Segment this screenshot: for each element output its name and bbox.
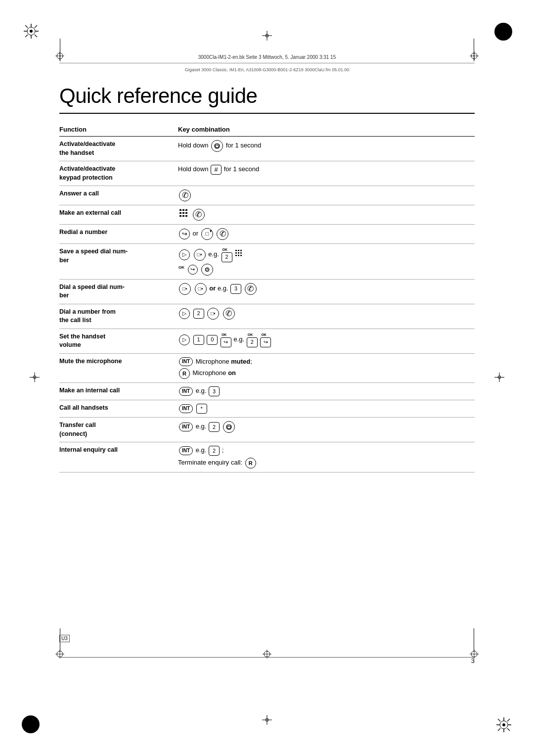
external-call-phone-icon: ✆ <box>193 209 205 221</box>
page-title: Quick reference guide <box>59 84 475 114</box>
calllist-mem-icon: □▾ <box>207 308 219 320</box>
on-label: on <box>228 370 236 377</box>
svg-rect-50 <box>185 209 187 211</box>
reg-crosshair-top <box>262 31 272 42</box>
table-row: Transfer call(connect) INT e.g. 2 <box>59 418 475 442</box>
dial-speed-phone-icon: ✆ <box>245 283 257 295</box>
combo-cell: INT * <box>178 400 475 418</box>
calllist-menu-icon: ▷ <box>179 308 190 319</box>
combo-cell: ↪ or ▾ □ ✆ <box>178 225 475 244</box>
table-row: Dial a speed dial num-ber □▾ □▾ or e.g. … <box>59 279 475 304</box>
svg-rect-56 <box>185 215 187 217</box>
reg-mark-bottom-left <box>22 715 40 733</box>
volume-1-key: 1 <box>193 335 204 345</box>
r-badge-mute: R <box>179 368 190 379</box>
save-speed-2-key: OK 2 <box>222 247 232 262</box>
svg-line-7 <box>35 35 37 37</box>
svg-rect-52 <box>182 212 184 214</box>
print-info: 3000Cla-IM1-2-en.bk Seite 3 Mittwoch, 5.… <box>59 53 475 72</box>
reg-crosshair-bottom <box>262 715 272 726</box>
function-cell: Answer a call <box>59 186 178 205</box>
power-key-icon <box>211 140 223 152</box>
redial-arrow-icon: ↪ <box>179 229 190 239</box>
page-number: 3 <box>471 657 475 664</box>
svg-rect-59 <box>240 250 242 251</box>
col-function-header: Function <box>59 123 178 137</box>
combo-cell: Hold down # for 1 second <box>178 161 475 186</box>
u3-label: U3 <box>59 635 70 642</box>
table-row: Activate/deactivatethe handset Hold down… <box>59 137 475 161</box>
combo-cell: ✆ <box>178 205 475 225</box>
svg-rect-60 <box>235 252 237 254</box>
svg-rect-62 <box>240 252 242 254</box>
table-row: Internal enquiry call INT e.g. 2 ; Termi… <box>59 442 475 472</box>
transfer-power-icon <box>223 421 235 433</box>
combo-cell: ▷ 2 □▾ ✆ <box>178 304 475 329</box>
calllist-2-key: 2 <box>193 309 204 319</box>
dial-speed-3-key: 3 <box>230 284 241 294</box>
combo-cell: ✆ <box>178 186 475 205</box>
function-cell: Dial a number fromthe call list <box>59 304 178 329</box>
volume-ok-arrow: OK ↪ <box>221 332 231 347</box>
or-label: or <box>209 284 218 292</box>
table-row: Make an internal call INT e.g. 3 <box>59 383 475 400</box>
dial-speed-mem-icon: □▾ <box>179 283 191 295</box>
svg-rect-64 <box>238 255 239 256</box>
svg-point-11 <box>502 723 505 726</box>
svg-line-8 <box>35 25 37 28</box>
svg-rect-65 <box>240 255 242 256</box>
svg-rect-54 <box>179 215 181 217</box>
svg-line-19 <box>498 728 500 731</box>
function-cell: Activate/deactivatekeypad protection <box>59 161 178 186</box>
function-cell: Call all handsets <box>59 400 178 418</box>
int-badge-all: INT <box>179 404 193 413</box>
svg-point-1 <box>30 30 33 33</box>
transfer-2-key: 2 <box>209 422 220 432</box>
svg-rect-57 <box>235 250 237 251</box>
svg-rect-48 <box>179 209 181 211</box>
combo-cell: □▾ □▾ or e.g. 3 ✆ <box>178 279 475 304</box>
save-speed-mem-icon: □▾ <box>194 249 206 261</box>
function-cell: Set the handsetvolume <box>59 329 178 353</box>
reg-crosshair-left <box>30 373 40 384</box>
svg-line-17 <box>507 728 510 731</box>
svg-rect-63 <box>235 255 237 256</box>
volume-ok-arrow2: OK ↪ <box>260 332 271 347</box>
col-combo-header: Key combination <box>178 123 475 137</box>
table-row: Answer a call ✆ <box>59 186 475 205</box>
table-row: Activate/deactivatekeypad protection Hol… <box>59 161 475 186</box>
dial-speed-mem2-icon: □▾ <box>195 283 207 295</box>
r-badge-enquiry: R <box>245 458 256 469</box>
redial-memory-icon: ▾ □ <box>201 228 213 240</box>
ok-label: OK <box>178 265 184 270</box>
volume-2-ok-key: OK 2 <box>247 332 258 347</box>
save-speed-ok-arrow: ↪ <box>188 265 198 275</box>
combo-cell: INT e.g. 3 <box>178 383 475 400</box>
svg-line-6 <box>25 25 28 28</box>
svg-rect-55 <box>182 215 184 217</box>
svg-rect-53 <box>185 212 187 214</box>
table-row: Set the handsetvolume ▷ 1 0 OK ↪ e.g. OK… <box>59 329 475 353</box>
keypad-grid-icon <box>179 209 189 220</box>
combo-cell: ▷ 1 0 OK ↪ e.g. OK 2 OK ↪ <box>178 329 475 353</box>
reg-crosshair-right <box>494 373 504 384</box>
svg-line-16 <box>498 719 500 721</box>
save-speed-grid-icon <box>235 250 243 259</box>
function-cell: Internal enquiry call <box>59 442 178 472</box>
function-cell: Dial a speed dial num-ber <box>59 279 178 304</box>
table-row: Mute the microphone INT Microphone muted… <box>59 353 475 383</box>
combo-cell: Hold down for 1 second <box>178 137 475 161</box>
hr-bottom <box>59 657 475 658</box>
function-cell: Make an internal call <box>59 383 178 400</box>
doc-ref: Gigaset 3000 Classic, IM1-En, A31008-G30… <box>59 67 475 72</box>
reg-mark-top-left <box>24 24 39 39</box>
int-badge-internal: INT <box>179 387 193 396</box>
internal-3-key: 3 <box>209 386 220 396</box>
main-content: Quick reference guide Function Key combi… <box>59 84 475 657</box>
volume-menu-icon: ▷ <box>179 334 190 345</box>
function-cell: Transfer call(connect) <box>59 418 178 442</box>
answer-call-icon: ✆ <box>179 189 191 201</box>
function-cell: Make an external call <box>59 205 178 225</box>
int-badge-transfer: INT <box>179 423 193 431</box>
function-cell: Redial a number <box>59 225 178 244</box>
